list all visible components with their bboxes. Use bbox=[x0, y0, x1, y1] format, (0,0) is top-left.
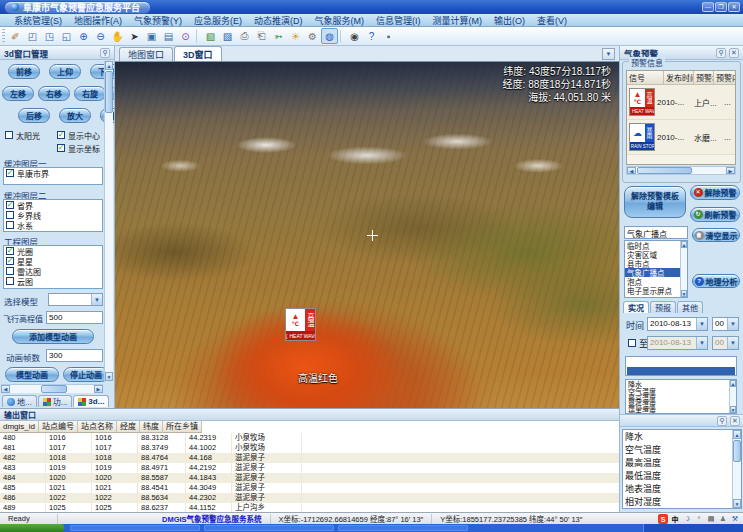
refresh-view-tool-icon[interactable]: ▤ bbox=[160, 28, 177, 44]
full-extent-tool-icon[interactable]: ▣ bbox=[143, 28, 160, 44]
element-item[interactable]: 地表温度 bbox=[623, 482, 732, 495]
table-row[interactable]: 489 1025 1025 88.6237 44.1152 上户沟乡 bbox=[0, 503, 619, 512]
panel-tab-map[interactable]: 地... bbox=[2, 395, 37, 407]
table-row[interactable]: 481 1017 1017 88.3749 44.1002 小泉牧场 bbox=[0, 443, 619, 453]
move-right-button[interactable]: 右移 bbox=[38, 86, 70, 101]
identify-tool-icon[interactable]: ⊙ bbox=[177, 28, 194, 44]
restore-button[interactable]: ❐ bbox=[715, 2, 727, 12]
zoom-previous-tool-icon[interactable]: ◱ bbox=[58, 28, 75, 44]
output-column-header[interactable]: 经度 bbox=[117, 421, 140, 433]
element-item[interactable]: 相对湿度 bbox=[623, 495, 732, 508]
menu-item[interactable]: 动态推演(D) bbox=[248, 14, 309, 27]
left-panel-vertical-scrollbar[interactable]: ▲ ▼ bbox=[104, 61, 113, 381]
table-row[interactable]: 486 1022 1022 88.5634 44.2302 滋泥泉子 bbox=[0, 493, 619, 503]
zoom-window-tool-icon[interactable]: ◰ bbox=[24, 28, 41, 44]
selection-box[interactable] bbox=[625, 356, 737, 376]
stop-animation-button[interactable]: 停止动画 bbox=[63, 367, 109, 382]
pin-icon[interactable]: ⚲ bbox=[717, 416, 727, 426]
close-button[interactable]: ✕ bbox=[728, 2, 740, 12]
zoom-out-window-tool-icon[interactable]: ◳ bbox=[41, 28, 58, 44]
element-item[interactable]: 降水 bbox=[623, 430, 732, 443]
scroll-up-icon[interactable]: ▲ bbox=[733, 430, 741, 439]
element-list-scrollbar[interactable]: ▲ ▼ bbox=[729, 380, 736, 413]
scroll-up-icon[interactable]: ▲ bbox=[681, 241, 687, 248]
layer-checkbox-item[interactable]: ✓ 光圈 bbox=[4, 246, 102, 256]
element-item[interactable]: 最高温度 bbox=[623, 456, 732, 469]
hour-select[interactable]: 00 ▼ bbox=[712, 317, 739, 331]
map-tab-dropdown-icon[interactable]: ▼ bbox=[602, 48, 615, 60]
scroll-left-icon[interactable]: ◀ bbox=[627, 167, 636, 174]
scroll-left-icon[interactable]: ◀ bbox=[1, 385, 10, 393]
menu-item[interactable]: 应急服务(E) bbox=[188, 14, 248, 27]
rain-storm-warning-row[interactable]: 暴雨 蓝 RAIN STORM 2010-... 水磨... ... bbox=[627, 120, 735, 155]
pan-tool-icon[interactable]: ✋ bbox=[109, 28, 126, 44]
add-model-animation-button[interactable]: 添加模型动画 bbox=[12, 329, 94, 344]
heat-wave-warning-row[interactable]: ℃ 高温 红 HEAT WAVE 2010-... 上户... ... bbox=[627, 85, 735, 120]
menu-item[interactable]: 系统管理(S) bbox=[8, 14, 68, 27]
scroll-right-icon[interactable]: ▶ bbox=[726, 167, 735, 174]
date-select[interactable]: 2010-08-13 ▼ bbox=[647, 317, 708, 331]
minimize-button[interactable]: — bbox=[702, 2, 714, 12]
settings-tool-icon[interactable]: ⚙ bbox=[304, 28, 321, 44]
menu-item[interactable]: 输出(O) bbox=[488, 14, 531, 27]
layer-checkbox-item[interactable]: ✓ 水系 bbox=[4, 220, 102, 230]
clear-display-button[interactable]: 🗑 清空显示 bbox=[692, 228, 740, 242]
point-list-scrollbar[interactable]: ▲ ▼ bbox=[680, 241, 687, 297]
refresh-warning-button[interactable]: ↻ 刷新预警 bbox=[690, 207, 740, 222]
remove-warning-button[interactable]: ✕ 解除预警 bbox=[690, 185, 740, 200]
fullwidth-mode-icon[interactable]: ☽ bbox=[682, 514, 692, 524]
eye-tool-icon[interactable]: ◉ bbox=[346, 28, 363, 44]
output-column-header[interactable]: 纬度 bbox=[140, 421, 163, 433]
tab-other[interactable]: 其他 bbox=[677, 301, 703, 313]
user-lexicon-icon[interactable]: ♟ bbox=[718, 514, 728, 524]
scroll-down-icon[interactable]: ▼ bbox=[730, 406, 736, 413]
sunlight-checkbox[interactable]: ✓ 太阳光 bbox=[3, 130, 40, 140]
taskbar-item[interactable] bbox=[204, 525, 334, 531]
tab-realtime[interactable]: 实况 bbox=[623, 301, 649, 313]
menu-item[interactable]: 测量计算(M) bbox=[427, 14, 489, 27]
warning-column-header[interactable]: 预警地区 bbox=[694, 71, 714, 85]
add-image-tool-icon[interactable]: ▧ bbox=[202, 28, 219, 44]
zoom-in-tool-icon[interactable]: ⊕ bbox=[75, 28, 92, 44]
remove-warning-template-edit-button[interactable]: 解除预警模板编辑 bbox=[624, 186, 686, 218]
scroll-up-icon[interactable]: ▲ bbox=[730, 380, 736, 387]
menu-item[interactable]: 气象服务(M) bbox=[309, 14, 371, 27]
scrollbar-thumb[interactable] bbox=[733, 440, 741, 462]
table-row[interactable]: 484 1020 1020 88.5587 44.1843 滋泥泉子 bbox=[0, 473, 619, 483]
edit-tool-icon[interactable]: ✐ bbox=[7, 28, 24, 44]
element-item[interactable]: 空气温度 bbox=[623, 443, 732, 456]
rotate-right-button[interactable]: 右旋 bbox=[74, 86, 106, 101]
output-column-header[interactable]: 所在乡镇 bbox=[163, 421, 202, 433]
globe-3d-tool-icon[interactable]: ◍ bbox=[321, 28, 338, 44]
heat-wave-map-marker[interactable]: ℃ 高温 红 HEAT WAVE bbox=[285, 308, 316, 341]
to-date-select[interactable]: 2010-08-13 ▼ bbox=[647, 336, 708, 350]
table-row[interactable]: 480 1016 1016 88.3128 44.2319 小泉牧场 bbox=[0, 433, 619, 443]
scrollbar-thumb[interactable] bbox=[105, 71, 113, 113]
warning-table-horizontal-scrollbar[interactable]: ◀ ▶ bbox=[626, 166, 736, 175]
panel-tab-function[interactable]: 功... bbox=[38, 395, 73, 407]
point-type-value[interactable]: 气象广播点 bbox=[624, 226, 688, 239]
scrollbar-thumb[interactable] bbox=[41, 385, 67, 393]
warning-column-header[interactable]: 预警内容 bbox=[714, 71, 736, 85]
move-back-button[interactable]: 后移 bbox=[18, 108, 50, 123]
add-scene-tool-icon[interactable]: ▨ bbox=[219, 28, 236, 44]
zoom-in-button[interactable]: 放大 bbox=[59, 108, 91, 123]
table-row[interactable]: 482 1018 1018 88.4764 44.168 滋泥泉子 bbox=[0, 453, 619, 463]
chevron-down-icon[interactable]: ▼ bbox=[696, 318, 707, 330]
print-tool-icon[interactable]: ⎙ bbox=[236, 28, 253, 44]
soft-keyboard-icon[interactable]: ▤ bbox=[706, 514, 716, 524]
menu-item[interactable]: 信息管理(I) bbox=[370, 14, 427, 27]
close-icon[interactable]: ✕ bbox=[729, 48, 739, 58]
layer-checkbox-item[interactable]: ✓ 星星 bbox=[4, 256, 102, 266]
flight-height-input[interactable]: 500 bbox=[46, 311, 103, 324]
taskbar-item[interactable] bbox=[70, 525, 200, 531]
panel-tab-3d[interactable]: 3d... bbox=[73, 395, 109, 407]
tilt-up-button[interactable]: 上仰 bbox=[49, 64, 81, 79]
scroll-up-icon[interactable]: ▲ bbox=[105, 61, 113, 70]
geo-analysis-button[interactable]: ? 地理分析 bbox=[692, 274, 740, 288]
select-tool-icon[interactable]: ➤ bbox=[126, 28, 143, 44]
tab-forecast[interactable]: 预报 bbox=[650, 301, 676, 313]
model-select[interactable]: ▼ bbox=[48, 293, 103, 306]
scroll-down-icon[interactable]: ▼ bbox=[733, 499, 741, 508]
layer-checkbox-item[interactable]: ✓ 省界 bbox=[4, 200, 102, 210]
